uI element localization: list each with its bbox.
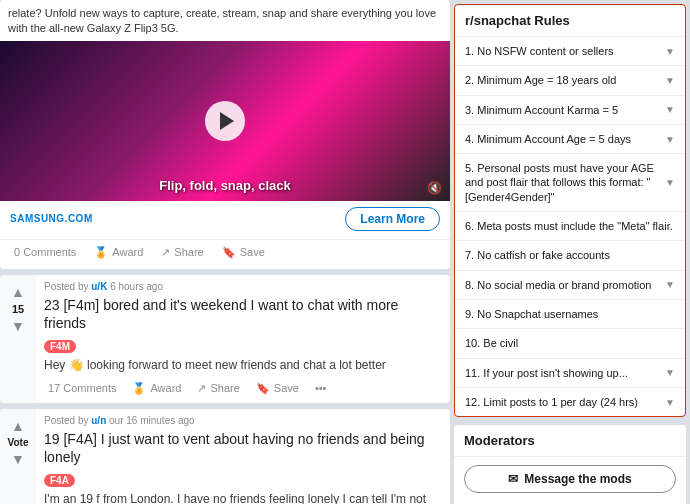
- rule-text: 8. No social media or brand promotion: [465, 278, 665, 292]
- ad-video[interactable]: Flip, fold, snap, clack 🔇: [0, 41, 450, 201]
- sidebar: r/snapchat Rules 1. No NSFW content or s…: [450, 0, 690, 504]
- rule-text: 4. Minimum Account Age = 5 days: [465, 132, 665, 146]
- upvote-button-1[interactable]: ▲: [9, 283, 27, 301]
- downvote-button-1[interactable]: ▼: [9, 317, 27, 335]
- rules-box: r/snapchat Rules 1. No NSFW content or s…: [454, 4, 686, 417]
- post-meta-2: Posted by u/n our 16 minutes ago: [44, 415, 442, 426]
- save-icon: 🔖: [256, 382, 270, 395]
- ad-actions: 0 Comments 🏅 Award ↗ Share 🔖 Save: [0, 239, 450, 269]
- post1-comments-button[interactable]: 17 Comments: [44, 380, 120, 396]
- rule-text: 9. No Snapchat usernames: [465, 307, 675, 321]
- main-content: relate? Unfold new ways to capture, crea…: [0, 0, 450, 504]
- play-button[interactable]: [205, 101, 245, 141]
- rule-item[interactable]: 3. Minimum Account Karma = 5▼: [455, 96, 685, 125]
- award-icon: 🏅: [94, 246, 108, 259]
- rule-item[interactable]: 8. No social media or brand promotion▼: [455, 271, 685, 300]
- chevron-icon: ▼: [665, 104, 675, 115]
- play-icon: [220, 112, 234, 130]
- chevron-icon: ▼: [665, 46, 675, 57]
- ad-footer: SAMSUNG.COM Learn More: [0, 201, 450, 239]
- rule-text: 5. Personal posts must have your AGE and…: [465, 161, 665, 204]
- rule-item[interactable]: 7. No catfish or fake accounts: [455, 241, 685, 270]
- mods-header: Moderators: [454, 425, 686, 457]
- post-author-2[interactable]: u/n: [91, 415, 106, 426]
- chevron-icon: ▼: [665, 75, 675, 86]
- post-time-2: our 16 minutes ago: [109, 415, 195, 426]
- rule-item[interactable]: 12. Limit posts to 1 per day (24 hrs)▼: [455, 388, 685, 416]
- rule-text: 2. Minimum Age = 18 years old: [465, 73, 665, 87]
- share-icon: ↗: [161, 246, 170, 259]
- mods-box: Moderators ✉ Message the mods u/PsychoSm…: [454, 425, 686, 504]
- post-card-2: ▲ Vote ▼ Posted by u/n our 16 minutes ag…: [0, 409, 450, 504]
- upvote-button-2[interactable]: ▲: [9, 417, 27, 435]
- rule-item[interactable]: 5. Personal posts must have your AGE and…: [455, 154, 685, 212]
- chevron-icon: ▼: [665, 397, 675, 408]
- post-title-1[interactable]: 23 [F4m] bored and it's weekend I want t…: [44, 296, 442, 332]
- post-author-1[interactable]: u/K: [91, 281, 107, 292]
- ad-text: relate? Unfold new ways to capture, crea…: [0, 0, 450, 41]
- post1-save-button[interactable]: 🔖 Save: [252, 380, 303, 397]
- chevron-icon: ▼: [665, 279, 675, 290]
- post-text-2: I'm an 19 f from London. I have no frien…: [44, 491, 442, 504]
- message-icon: ✉: [508, 472, 518, 486]
- rules-header: r/snapchat Rules: [455, 5, 685, 37]
- rule-text: 3. Minimum Account Karma = 5: [465, 103, 665, 117]
- vote-column-1: ▲ 15 ▼: [0, 275, 36, 403]
- post-body-1: Posted by u/K 6 hours ago 23 [F4m] bored…: [36, 275, 450, 403]
- post1-share-button[interactable]: ↗ Share: [193, 380, 243, 397]
- post-actions-1: 17 Comments 🏅 Award ↗ Share 🔖 Save •••: [44, 380, 442, 397]
- post-flair-1: F4M: [44, 340, 76, 353]
- ad-source: SAMSUNG.COM: [10, 213, 93, 224]
- learn-more-button[interactable]: Learn More: [345, 207, 440, 231]
- vote-count-1: 15: [12, 303, 24, 315]
- rule-item[interactable]: 11. If your post isn't showing up...▼: [455, 359, 685, 388]
- share-icon: ↗: [197, 382, 206, 395]
- post-text-1: Hey 👋 looking forward to meet new friend…: [44, 357, 442, 374]
- post1-award-button[interactable]: 🏅 Award: [128, 380, 185, 397]
- vote-column-2: ▲ Vote ▼: [0, 409, 36, 504]
- ad-card: relate? Unfold new ways to capture, crea…: [0, 0, 450, 269]
- award-icon: 🏅: [132, 382, 146, 395]
- award-button[interactable]: 🏅 Award: [90, 244, 147, 261]
- rule-item[interactable]: 6. Meta posts must include the "Meta" fl…: [455, 212, 685, 241]
- post-card-1: ▲ 15 ▼ Posted by u/K 6 hours ago 23 [F4m…: [0, 275, 450, 403]
- rule-text: 1. No NSFW content or sellers: [465, 44, 665, 58]
- save-icon: 🔖: [222, 246, 236, 259]
- volume-icon[interactable]: 🔇: [427, 181, 442, 195]
- downvote-button-2[interactable]: ▼: [9, 450, 27, 468]
- rule-item[interactable]: 10. Be civil: [455, 329, 685, 358]
- chevron-icon: ▼: [665, 177, 675, 188]
- rule-text: 11. If your post isn't showing up...: [465, 366, 665, 380]
- ad-caption: Flip, fold, snap, clack: [159, 178, 290, 193]
- rules-list: 1. No NSFW content or sellers▼2. Minimum…: [455, 37, 685, 416]
- chevron-icon: ▼: [665, 134, 675, 145]
- post-time-1: 6 hours ago: [110, 281, 163, 292]
- post1-more-button[interactable]: •••: [311, 380, 331, 396]
- post-flair-2: F4A: [44, 474, 75, 487]
- comments-button[interactable]: 0 Comments: [10, 244, 80, 260]
- save-button[interactable]: 🔖 Save: [218, 244, 269, 261]
- rule-text: 10. Be civil: [465, 336, 675, 350]
- message-mods-button[interactable]: ✉ Message the mods: [464, 465, 676, 493]
- post-meta-1: Posted by u/K 6 hours ago: [44, 281, 442, 292]
- rule-item[interactable]: 2. Minimum Age = 18 years old▼: [455, 66, 685, 95]
- post-body-2: Posted by u/n our 16 minutes ago 19 [F4A…: [36, 409, 450, 504]
- rule-text: 12. Limit posts to 1 per day (24 hrs): [465, 395, 665, 409]
- vote-count-2: Vote: [8, 437, 29, 448]
- rule-item[interactable]: 9. No Snapchat usernames: [455, 300, 685, 329]
- rule-text: 6. Meta posts must include the "Meta" fl…: [465, 219, 675, 233]
- rule-text: 7. No catfish or fake accounts: [465, 248, 675, 262]
- post-title-2[interactable]: 19 [F4A] I just want to vent about havin…: [44, 430, 442, 466]
- rule-item[interactable]: 4. Minimum Account Age = 5 days▼: [455, 125, 685, 154]
- share-button[interactable]: ↗ Share: [157, 244, 207, 261]
- chevron-icon: ▼: [665, 367, 675, 378]
- rule-item[interactable]: 1. No NSFW content or sellers▼: [455, 37, 685, 66]
